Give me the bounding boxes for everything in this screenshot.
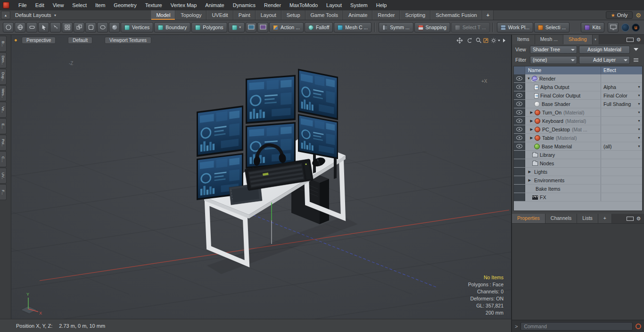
eye-icon[interactable] [516, 136, 522, 140]
selection-mode-dropdown[interactable]: ▾ [228, 22, 245, 32]
ellipse-tool-icon[interactable] [97, 22, 108, 32]
snapping-button[interactable]: Snapping [414, 22, 450, 32]
menu-item[interactable]: Item [91, 0, 109, 10]
modo-logo-icon[interactable]: u [632, 24, 640, 32]
side-tab-basic[interactable]: B:.. [0, 36, 7, 52]
filter-funnel-icon[interactable] [632, 46, 640, 54]
eye-icon[interactable] [516, 144, 522, 148]
tree-row-bake-items[interactable]: Bake Items [514, 185, 642, 193]
circle-tool-icon[interactable] [3, 22, 14, 32]
polygons-button[interactable]: Polygons [191, 22, 227, 32]
effect-dropdown-icon[interactable]: ▼ [637, 111, 641, 114]
eye-icon[interactable] [516, 85, 522, 89]
menu-vertex-map[interactable]: Vertex Map [166, 0, 201, 10]
eye-icon[interactable] [516, 119, 522, 123]
vertices-button[interactable]: Vertices [121, 22, 153, 32]
popout-icon[interactable] [627, 38, 634, 42]
material-ball-icon[interactable] [109, 22, 120, 32]
tree-row-final-color-output[interactable]: Final Color Output Final Color ▼ [514, 91, 642, 100]
shader-tree-dropdown[interactable]: Shader Tree [530, 46, 577, 54]
add-layer-dropdown[interactable]: Add Layer [579, 56, 630, 64]
tab-shading[interactable]: Shading [563, 35, 593, 44]
tab-game-tools[interactable]: Game Tools [305, 10, 344, 20]
multi-cursor-tool-icon[interactable] [50, 22, 61, 32]
layout-up-icon[interactable]: ▲ [1, 11, 10, 19]
eye-icon[interactable] [516, 93, 522, 97]
menu-edit[interactable]: Edit [31, 0, 49, 10]
falloff-button[interactable]: Falloff [305, 22, 333, 32]
effect-dropdown-icon[interactable]: ▼ [637, 85, 641, 89]
boundary-button[interactable]: Boundary [154, 22, 190, 32]
tab-layout[interactable]: Layout [256, 10, 281, 20]
add-tab-button[interactable]: + [482, 10, 494, 20]
effect-dropdown-icon[interactable]: ▼ [637, 136, 641, 139]
viewport-3d[interactable]: -Z +X Y X No Items Polygons : Face [11, 35, 511, 319]
rounded-rect-tool-icon[interactable] [85, 22, 96, 32]
menu-select[interactable]: Select [68, 0, 91, 10]
sphere-tool-icon[interactable] [15, 22, 25, 32]
side-tab-mesh[interactable]: Mes.. [0, 85, 7, 101]
menu-system[interactable]: System [346, 0, 372, 10]
monitor-screen[interactable] [246, 75, 296, 124]
monitor-screen[interactable] [298, 114, 338, 159]
tree-row-fx[interactable]: FX [514, 193, 642, 202]
tab-animate[interactable]: Animate [343, 10, 372, 20]
add-panel-tab-button[interactable]: + [598, 214, 612, 223]
expand-closed-icon[interactable]: ▶ [529, 127, 534, 131]
expand-closed-icon[interactable]: ▶ [527, 170, 532, 174]
tree-row-turn-on[interactable]: ▶ Turn_On (Material) ▼ [514, 108, 642, 117]
tab-scripting[interactable]: Scripting [400, 10, 430, 20]
viewport-tab-default[interactable]: Default [68, 37, 92, 44]
monitor-screen[interactable] [298, 69, 338, 120]
grid-tool-icon[interactable] [62, 22, 73, 32]
foundry-logo-icon[interactable] [621, 24, 629, 32]
side-tab-vertex[interactable]: Ve.. [0, 102, 7, 118]
menu-render[interactable]: Render [260, 0, 285, 10]
tab-list-caret-icon[interactable]: ▾ [593, 35, 599, 44]
expand-closed-icon[interactable]: ▶ [527, 178, 532, 182]
side-tab-uv[interactable]: UV.. [0, 168, 7, 184]
action-center-button[interactable]: Action ... [269, 22, 304, 32]
tree-row-environments[interactable]: ▶ Environments [514, 176, 642, 185]
selection-sets-button[interactable]: Selecti ... [534, 22, 570, 32]
command-input[interactable] [520, 322, 633, 331]
side-tab-duplicate[interactable]: Dup.. [0, 69, 7, 85]
only-button[interactable]: ★ Only [606, 11, 633, 19]
tree-row-table[interactable]: ▶ Table (Material) ▼ [514, 134, 642, 142]
menu-layout[interactable]: Layout [322, 0, 346, 10]
panel-gear-icon[interactable]: ⚙ [635, 216, 642, 222]
eye-icon[interactable] [516, 102, 522, 106]
side-tab-polygon[interactable]: Pol.. [0, 135, 7, 151]
viewport-tab-textures[interactable]: Viewport Textures [105, 37, 151, 44]
menu-geometry[interactable]: Geometry [109, 0, 140, 10]
array-tool-icon[interactable] [74, 22, 84, 32]
menu-view[interactable]: View [49, 0, 68, 10]
kits-button[interactable]: Kits [581, 22, 604, 32]
tab-lists[interactable]: Lists [577, 214, 598, 223]
tree-row-pc-desktop[interactable]: ▶ PC_Desktop (Mat ... ▼ [514, 125, 642, 134]
render-view-icon[interactable] [257, 22, 268, 32]
settings-gear-icon[interactable]: ⚙ [636, 12, 641, 19]
panel-gear-icon[interactable]: ⚙ [635, 37, 642, 43]
side-tab-edge[interactable]: E... [0, 118, 7, 134]
tab-uvedit[interactable]: UVEdit [206, 10, 233, 20]
list-options-icon[interactable] [632, 56, 640, 64]
tab-topology[interactable]: Topology [175, 10, 206, 20]
menu-help[interactable]: Help [372, 0, 391, 10]
tree-row-lights[interactable]: ▶ Lights [514, 168, 642, 176]
uv-view-icon[interactable] [246, 22, 256, 32]
tab-paint[interactable]: Paint [233, 10, 256, 20]
menu-animate[interactable]: Animate [201, 0, 228, 10]
effect-dropdown-icon[interactable]: ▼ [637, 145, 641, 148]
tree-row-render[interactable]: ▼ Render [514, 74, 642, 83]
viewport-tab-perspective[interactable]: Perspective [22, 37, 56, 44]
effect-dropdown-icon[interactable]: ▼ [637, 128, 641, 131]
effect-dropdown-icon[interactable]: ▼ [637, 119, 641, 122]
symmetry-button[interactable]: Symm ... [379, 22, 413, 32]
eye-icon[interactable] [516, 76, 522, 81]
tree-row-base-material[interactable]: Base Material (all) ▼ [514, 142, 642, 151]
mesh-constraint-button[interactable]: Mesh C ... [334, 22, 372, 32]
tree-row-keyboard[interactable]: ▶ Keyboard (Material) ▼ [514, 117, 642, 125]
side-tab-curves[interactable]: C... [0, 151, 7, 167]
cursor-tool-icon[interactable] [38, 22, 49, 32]
